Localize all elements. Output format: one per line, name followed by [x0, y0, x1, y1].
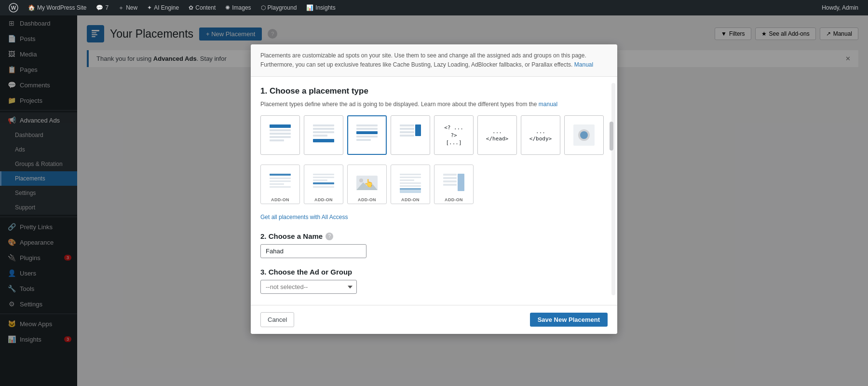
images-item[interactable]: ✺ Images [221, 0, 255, 15]
svg-rect-25 [415, 124, 421, 136]
ai-engine-item[interactable]: ✦ AI Engine [143, 0, 183, 15]
comment-icon: 💬 [96, 4, 103, 11]
svg-rect-15 [313, 139, 334, 142]
svg-rect-19 [356, 136, 378, 138]
after-para-icon [311, 171, 337, 197]
svg-point-40 [359, 179, 363, 182]
step2-label-row: 2. Choose a Name ? [260, 232, 608, 240]
step3-label-row: 3. Choose the Ad or Group [260, 268, 608, 276]
step3-section: 3. Choose the Ad or Group --not selected… [260, 268, 608, 294]
sidebar-addon-icon [441, 171, 467, 197]
placement-tile-after-para[interactable]: ADD-ON [304, 165, 343, 204]
svg-rect-18 [356, 131, 378, 134]
svg-rect-34 [313, 174, 334, 175]
svg-rect-38 [313, 186, 334, 188]
placement-tile-sidebar-widget[interactable] [391, 115, 430, 155]
ad-group-select[interactable]: --not selected-- [260, 280, 357, 294]
step2-title: 2. Choose a Name [260, 232, 323, 240]
svg-rect-44 [400, 179, 414, 181]
modal-info-link[interactable]: Manual [574, 61, 593, 68]
step2-help-icon[interactable]: ? [326, 233, 333, 240]
placement-modal: Placements are customizable ad spots on … [251, 44, 617, 334]
new-item[interactable]: ＋ New [114, 0, 141, 15]
modal-footer: Cancel Save New Placement [251, 305, 617, 334]
svg-point-28 [580, 131, 588, 139]
svg-rect-43 [400, 177, 421, 178]
svg-rect-12 [313, 128, 334, 130]
insights-bar-item[interactable]: 📊 Insights [302, 0, 339, 15]
svg-rect-30 [270, 178, 291, 179]
before-para-addon-label: ADD-ON [261, 197, 299, 202]
placement-tile-sidebar-addon[interactable]: ADD-ON [434, 165, 474, 204]
modal-scroll-area: Placements are customizable ad spots on … [251, 44, 617, 305]
placement-tile-body[interactable]: ...</body> [521, 115, 560, 155]
svg-rect-32 [270, 183, 284, 185]
svg-rect-50 [443, 177, 457, 179]
sidebar-widget-icon [397, 122, 423, 148]
svg-rect-23 [400, 131, 414, 133]
modal-overlay: Placements are customizable ad spots on … [77, 15, 868, 386]
placement-grid-addon: ADD-ON [260, 165, 608, 204]
placement-tile-layer[interactable] [564, 115, 604, 155]
save-new-placement-button[interactable]: Save New Placement [530, 313, 608, 327]
svg-rect-11 [313, 124, 334, 126]
placement-tile-head[interactable]: ...</head> [477, 115, 517, 155]
placement-tile-after-content[interactable] [304, 115, 343, 155]
svg-rect-14 [313, 135, 327, 137]
svg-rect-48 [400, 188, 421, 193]
in-content-icon [354, 122, 380, 148]
sticky-icon [397, 171, 423, 197]
wp-layout: ⊞ Dashboard 📄 Posts 🖼 Media 📋 Pages 💬 Co… [0, 15, 868, 386]
placement-name-input[interactable] [260, 244, 366, 258]
modal-body: 1. Choose a placement type Placement typ… [251, 77, 617, 305]
images-label: Images [232, 4, 251, 11]
svg-rect-9 [270, 136, 291, 138]
svg-rect-13 [313, 131, 334, 133]
playground-label: Playground [268, 4, 297, 11]
svg-rect-52 [443, 184, 457, 186]
svg-rect-37 [313, 182, 334, 184]
svg-rect-51 [443, 180, 457, 182]
wp-icon: W [9, 3, 18, 13]
svg-rect-49 [443, 174, 457, 176]
svg-rect-8 [270, 133, 291, 135]
get-all-placements-link[interactable]: Get all placements with All Access [260, 214, 608, 221]
svg-rect-17 [356, 128, 378, 130]
step2-section: 2. Choose a Name ? [260, 232, 608, 258]
svg-rect-16 [356, 124, 378, 126]
home-icon: 🏠 [28, 4, 35, 11]
body-code: ...</body> [527, 125, 555, 146]
content-item[interactable]: ✿ Content [185, 0, 219, 15]
wp-logo-item[interactable]: W [5, 0, 22, 15]
placement-tile-sticky[interactable]: ADD-ON [391, 165, 430, 204]
user-greeting: Howdy, Admin [817, 4, 863, 11]
placement-tile-in-content[interactable] [347, 115, 387, 155]
svg-rect-42 [400, 174, 421, 175]
main-content: Your Placements + New Placement ? ▼ Filt… [77, 15, 868, 386]
svg-rect-20 [356, 139, 371, 141]
placement-tile-in-image[interactable]: 👆 ADD-ON [347, 165, 387, 204]
cancel-button[interactable]: Cancel [260, 312, 294, 327]
step1-desc-text: Placement types define where the ad is g… [260, 101, 537, 108]
head-code: ...</head> [483, 125, 511, 146]
site-name-label: My WordPress Site [37, 4, 86, 11]
svg-rect-6 [270, 124, 291, 128]
step1-section: 1. Choose a placement type Placement typ… [260, 86, 608, 221]
comments-item[interactable]: 💬 7 [92, 0, 112, 15]
placement-tile-shortcode[interactable]: <? ... ?>[...] [434, 115, 474, 155]
playground-item[interactable]: ⬡ Playground [257, 0, 301, 15]
step1-manual-link[interactable]: manual [539, 101, 557, 108]
comment-count: 7 [105, 4, 108, 11]
placement-tile-before-para[interactable]: ADD-ON [260, 165, 300, 204]
ai-icon: ✦ [147, 4, 152, 11]
svg-rect-46 [400, 185, 421, 187]
content-label: Content [195, 4, 216, 11]
site-name-item[interactable]: 🏠 My WordPress Site [24, 0, 90, 15]
sidebar-addon-label: ADD-ON [434, 197, 473, 202]
content-icon: ✿ [189, 4, 193, 11]
after-content-icon [311, 122, 337, 148]
step1-title: 1. Choose a placement type [260, 86, 608, 96]
svg-rect-29 [270, 174, 291, 176]
placement-tile-before-content[interactable] [260, 115, 300, 155]
admin-bar: W 🏠 My WordPress Site 💬 7 ＋ New ✦ AI Eng… [0, 0, 868, 15]
